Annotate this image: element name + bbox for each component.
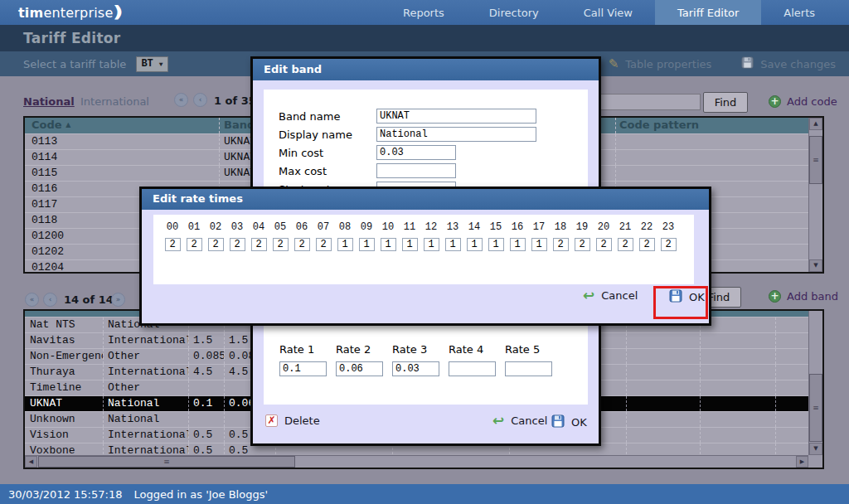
hour-rate-input[interactable]: [294, 238, 310, 251]
hour-cell: 08: [334, 221, 356, 284]
hour-rate-input[interactable]: [596, 238, 612, 251]
hour-rate-input[interactable]: [337, 238, 353, 251]
codes-pager-first-button[interactable]: «: [174, 93, 188, 107]
save-changes-button[interactable]: Save changes: [741, 56, 836, 71]
band-name-cell: Timeline: [25, 380, 103, 395]
tab-national[interactable]: National: [23, 95, 75, 108]
hour-rate-input[interactable]: [359, 238, 375, 251]
rate-label: Rate 5: [505, 343, 552, 356]
sort-ascending-icon: ▲: [65, 121, 70, 128]
hour-rate-input[interactable]: [381, 238, 396, 251]
scroll-right-icon[interactable]: ▶: [796, 456, 808, 468]
hour-rate-input[interactable]: [618, 238, 633, 251]
hour-rate-input[interactable]: [531, 238, 547, 251]
rate-input[interactable]: [505, 361, 552, 376]
hour-label: 03: [226, 221, 248, 235]
table-properties-button[interactable]: ✎ Table properties: [609, 56, 712, 71]
hour-rate-input[interactable]: [424, 238, 439, 251]
times-cancel-label: Cancel: [601, 289, 638, 302]
code-cell: 0114: [32, 151, 57, 163]
hour-rate-input[interactable]: [251, 238, 267, 251]
hour-rate-input[interactable]: [661, 238, 677, 251]
hour-rate-input[interactable]: [165, 238, 181, 251]
band-field-label: Band name: [279, 110, 340, 123]
codes-pager-prev-button[interactable]: ‹: [193, 93, 207, 107]
bands-hscrollbar-thumb[interactable]: ≡: [38, 456, 295, 468]
rate-label: Rate 4: [449, 343, 496, 356]
hour-rate-input[interactable]: [402, 238, 418, 251]
codes-vertical-scrollbar[interactable]: ▲ ≡ ▼: [808, 118, 822, 272]
codes-scrollbar-thumb[interactable]: ≡: [809, 136, 822, 184]
scroll-left-icon[interactable]: ◀: [25, 456, 37, 468]
band-name-cell: Navitas: [25, 333, 103, 348]
codes-find-button[interactable]: Find: [703, 92, 748, 113]
band-cancel-label: Cancel: [511, 414, 547, 427]
hour-rate-input[interactable]: [230, 238, 245, 251]
app-logo: timenterprise): [0, 0, 122, 25]
tariff-table-select[interactable]: BT ▼: [136, 56, 167, 72]
rate-input[interactable]: [336, 361, 383, 376]
band-ok-button[interactable]: OK: [551, 414, 587, 430]
code-cell: 0117: [32, 198, 57, 211]
hour-rate-input[interactable]: [273, 238, 289, 251]
tab-international[interactable]: International: [80, 95, 149, 108]
band-field-input[interactable]: [376, 127, 536, 142]
hour-label: 12: [420, 221, 442, 235]
bands-pager-next-button[interactable]: »: [111, 293, 125, 307]
rate-input[interactable]: [392, 361, 439, 376]
times-cancel-button[interactable]: ↩ Cancel: [583, 289, 638, 302]
rate-input[interactable]: [449, 361, 496, 376]
nav-item[interactable]: Alerts: [761, 0, 837, 25]
hour-rate-input[interactable]: [510, 238, 526, 251]
hour-cell: 18: [550, 221, 571, 284]
bands-horizontal-scrollbar[interactable]: ◀ ≡ ▶: [25, 455, 808, 468]
add-band-link[interactable]: Add band: [787, 290, 838, 303]
delete-button[interactable]: ✗ Delete: [265, 414, 320, 427]
add-code-link[interactable]: Add code: [787, 95, 837, 108]
bands-pager-prev-button[interactable]: ‹: [43, 293, 57, 307]
hour-cell: 07: [313, 221, 334, 284]
hour-rate-input[interactable]: [316, 238, 332, 251]
times-ok-button[interactable]: OK: [669, 289, 705, 305]
hour-cell: 23: [657, 221, 679, 284]
nav-item[interactable]: Directory: [467, 0, 561, 25]
band-cancel-button[interactable]: ↩ Cancel: [492, 414, 547, 427]
bands-vertical-scrollbar[interactable]: ≡ ▼: [808, 311, 822, 455]
hour-label: 08: [334, 221, 356, 235]
nav-items: Reports Directory Call View Tariff Edito…: [381, 0, 849, 25]
hour-rate-input[interactable]: [553, 238, 569, 251]
column-code-pattern[interactable]: Code pattern: [619, 119, 699, 131]
scroll-up-icon[interactable]: ▲: [809, 118, 822, 130]
hour-rate-input[interactable]: [445, 238, 461, 251]
hour-rate-input[interactable]: [639, 238, 655, 251]
column-code[interactable]: Code: [32, 119, 62, 131]
scroll-down-icon[interactable]: ▼: [809, 259, 822, 272]
hour-rate-input[interactable]: [208, 238, 224, 251]
rate-block: Rate 4: [449, 343, 496, 376]
band-field-input[interactable]: [376, 163, 456, 178]
bands-scrollbar-thumb[interactable]: ≡: [809, 374, 822, 442]
nav-item[interactable]: Reports: [381, 0, 467, 25]
band-name-cell: Thuraya: [25, 365, 103, 380]
rate-input[interactable]: [279, 361, 327, 376]
band-rate1-cell: [188, 412, 224, 427]
hour-rate-input[interactable]: [488, 238, 504, 251]
band-field-input[interactable]: [376, 109, 536, 124]
page-title: Tariff Editor: [0, 25, 849, 51]
band-field-input[interactable]: [376, 145, 456, 160]
band-name-cell: Unknown: [25, 412, 103, 427]
scroll-down-icon[interactable]: ▼: [809, 443, 822, 455]
nav-item[interactable]: Tariff Editor: [655, 0, 761, 25]
hour-rate-input[interactable]: [187, 238, 202, 251]
nav-item[interactable]: Call View: [561, 0, 655, 25]
band-display-cell: International: [103, 428, 188, 443]
band-rate1-cell: 4.5: [188, 365, 224, 380]
bands-pager-first-button[interactable]: «: [25, 293, 39, 307]
band-field-label: Display name: [279, 128, 352, 141]
save-icon: [741, 56, 754, 71]
hour-cell: 21: [614, 221, 636, 284]
rate-block: Rate 3: [392, 343, 439, 376]
hour-rate-input[interactable]: [467, 238, 483, 251]
hour-cell: 03: [226, 221, 248, 284]
hour-rate-input[interactable]: [575, 238, 590, 251]
